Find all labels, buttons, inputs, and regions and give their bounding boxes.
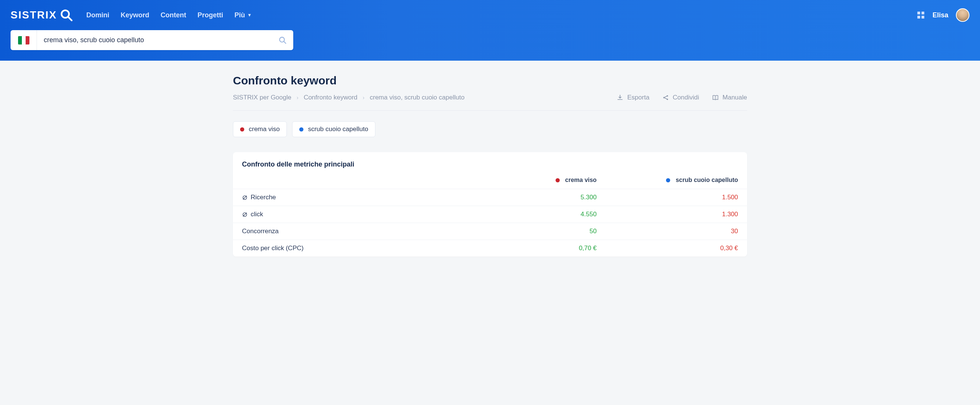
nav-item-progetti[interactable]: Progetti — [197, 11, 223, 19]
nav-item-domini[interactable]: Domini — [86, 11, 109, 19]
keyword-chip[interactable]: crema viso — [233, 121, 287, 137]
share-button[interactable]: Condividi — [662, 94, 699, 101]
brand-logo[interactable]: SISTRIX — [11, 9, 73, 21]
user-name[interactable]: Elisa — [932, 11, 948, 19]
svg-rect-4 — [918, 16, 920, 19]
table-header-col1: crema viso — [465, 172, 606, 189]
export-button[interactable]: Esporta — [617, 94, 649, 101]
search-input[interactable] — [37, 30, 272, 50]
svg-line-11 — [665, 96, 667, 97]
country-selector[interactable] — [11, 30, 37, 50]
svg-line-12 — [665, 98, 667, 99]
search-icon — [60, 9, 73, 21]
nav-item-keyword[interactable]: Keyword — [121, 11, 149, 19]
metric-label: click — [251, 211, 263, 218]
svg-rect-5 — [921, 16, 924, 19]
book-icon — [712, 94, 719, 101]
search-bar — [11, 30, 293, 50]
color-dot-icon — [555, 178, 560, 182]
metric-value-col1: 4.550 — [465, 206, 606, 223]
share-icon — [662, 94, 669, 101]
breadcrumb-item[interactable]: SISTRIX per Google — [233, 94, 291, 101]
metric-value-col1: 50 — [465, 223, 606, 240]
top-nav: SISTRIX Domini Keyword Content Progetti … — [0, 0, 980, 30]
metric-value-col2: 1.500 — [606, 189, 747, 206]
column-label: crema viso — [565, 177, 597, 183]
page-body: Confronto keyword SISTRIX per Google › C… — [211, 61, 769, 270]
svg-rect-2 — [918, 12, 920, 14]
nav-item-more-label: Più — [234, 11, 245, 19]
apps-grid-icon[interactable] — [917, 11, 925, 19]
chevron-right-icon: › — [363, 95, 364, 101]
metric-label: Concorrenza — [242, 227, 278, 235]
metric-label-cell: Costo per click (CPC) — [233, 240, 465, 257]
page-actions: Esporta Condividi Manuale — [617, 94, 747, 101]
average-icon — [242, 195, 248, 200]
breadcrumb-item[interactable]: Confronto keyword — [304, 94, 358, 101]
color-dot-icon — [299, 127, 304, 132]
metric-label: Costo per click (CPC) — [242, 245, 304, 252]
keyword-chips: crema viso scrub cuoio capelluto — [233, 121, 747, 137]
metric-value-col2: 1.300 — [606, 206, 747, 223]
keyword-chip[interactable]: scrub cuoio capelluto — [292, 121, 375, 137]
avatar[interactable] — [956, 8, 969, 22]
card-title: Confronto delle metriche principali — [233, 152, 747, 172]
table-row: Ricerche5.3001.500 — [233, 189, 747, 206]
chip-label: scrub cuoio capelluto — [308, 125, 368, 133]
svg-rect-3 — [921, 12, 924, 14]
table-header-col2: scrub cuoio capelluto — [606, 172, 747, 189]
export-label: Esporta — [627, 94, 649, 101]
metric-value-col2: 30 — [606, 223, 747, 240]
nav-item-content[interactable]: Content — [161, 11, 186, 19]
page-title: Confronto keyword — [233, 74, 747, 87]
breadcrumb-item[interactable]: crema viso, scrub cuoio capelluto — [370, 94, 465, 101]
table-row: Concorrenza5030 — [233, 223, 747, 240]
manual-label: Manuale — [722, 94, 747, 101]
manual-button[interactable]: Manuale — [712, 94, 747, 101]
breadcrumb-row: SISTRIX per Google › Confronto keyword ›… — [233, 94, 747, 111]
nav-right: Elisa — [917, 8, 969, 22]
metrics-table: crema viso scrub cuoio capelluto Ricerch… — [233, 172, 747, 257]
metric-label-cell: click — [233, 206, 465, 223]
metric-label: Ricerche — [251, 194, 276, 201]
table-header-empty — [233, 172, 465, 189]
column-label: scrub cuoio capelluto — [676, 177, 738, 183]
flag-italy-icon — [18, 36, 29, 44]
color-dot-icon — [240, 127, 244, 132]
chevron-down-icon: ▼ — [247, 13, 252, 18]
share-label: Condividi — [673, 94, 699, 101]
nav-item-more[interactable]: Più ▼ — [234, 11, 252, 19]
metrics-card: Confronto delle metriche principali crem… — [233, 152, 747, 257]
metric-label-cell: Concorrenza — [233, 223, 465, 240]
brand-text: SISTRIX — [11, 9, 57, 21]
metric-value-col1: 5.300 — [465, 189, 606, 206]
svg-line-1 — [68, 17, 72, 20]
chip-label: crema viso — [249, 125, 280, 133]
metric-value-col2: 0,30 € — [606, 240, 747, 257]
download-icon — [617, 94, 624, 101]
table-row: Costo per click (CPC)0,70 €0,30 € — [233, 240, 747, 257]
average-icon — [242, 212, 248, 218]
search-strip — [0, 30, 980, 61]
breadcrumb: SISTRIX per Google › Confronto keyword ›… — [233, 94, 465, 101]
search-icon — [278, 36, 287, 44]
metric-value-col1: 0,70 € — [465, 240, 606, 257]
nav-links: Domini Keyword Content Progetti Più ▼ — [86, 11, 252, 19]
search-button[interactable] — [272, 30, 293, 50]
metric-label-cell: Ricerche — [233, 189, 465, 206]
svg-line-7 — [284, 41, 286, 43]
color-dot-icon — [666, 178, 670, 182]
chevron-right-icon: › — [297, 95, 299, 101]
table-row: click4.5501.300 — [233, 206, 747, 223]
